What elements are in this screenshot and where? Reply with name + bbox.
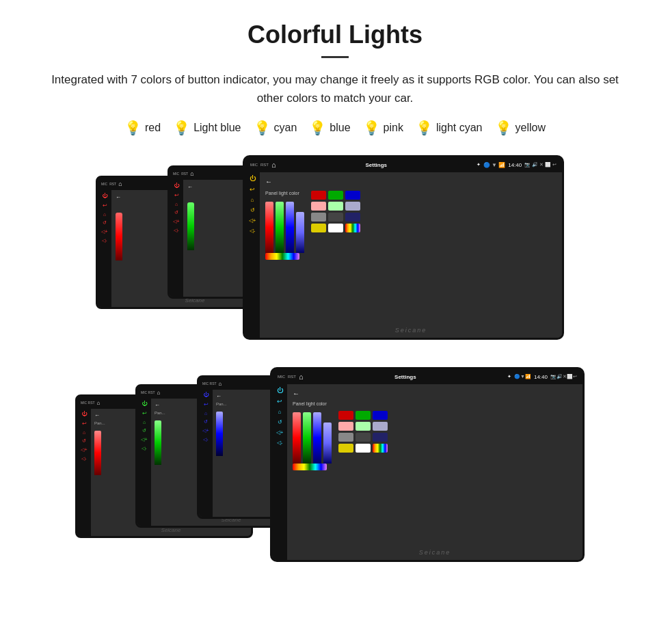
red-bulb-icon: 💡 xyxy=(124,120,142,136)
light-cyan-bulb-icon: 💡 xyxy=(416,120,433,136)
color-options-row: 💡 red 💡 Light blue 💡 cyan 💡 blue 💡 pink … xyxy=(27,120,643,136)
description: Integrated with 7 colors of button indic… xyxy=(41,70,629,107)
blue-label: blue xyxy=(330,122,350,134)
color-yellow: 💡 yellow xyxy=(495,120,546,136)
color-cyan: 💡 cyan xyxy=(254,120,297,136)
color-light-blue: 💡 Light blue xyxy=(173,120,241,136)
light-blue-label: Light blue xyxy=(193,122,241,134)
yellow-bulb-icon: 💡 xyxy=(495,120,512,136)
device-top-3: MIC RST ⌂ Settings ✦ 🔵 ▼ 📶 14:40 📷 🔊 ✕ ⬜… xyxy=(243,155,564,340)
page-title: Colorful Lights xyxy=(27,21,643,49)
light-blue-bulb-icon: 💡 xyxy=(173,120,190,136)
blue-bulb-icon: 💡 xyxy=(309,120,326,136)
color-red: 💡 red xyxy=(124,120,161,136)
red-label: red xyxy=(145,122,161,134)
light-cyan-label: light cyan xyxy=(436,122,483,134)
pink-bulb-icon: 💡 xyxy=(363,120,380,136)
cyan-label: cyan xyxy=(274,122,297,134)
title-divider xyxy=(321,56,349,58)
page-container: Colorful Lights Integrated with 7 colors… xyxy=(0,0,670,593)
bottom-device-group: MIC RST ⌂ Settings ⚙ ⏻ ↩ ⌂ ↺ ◁+ ◁- xyxy=(75,367,595,572)
cyan-bulb-icon: 💡 xyxy=(254,120,271,136)
color-blue: 💡 blue xyxy=(309,120,350,136)
color-light-cyan: 💡 light cyan xyxy=(416,120,483,136)
device-bot-4: MIC RST ⌂ Settings ✦ 🔵▼📶 14:40 📷🔊✕⬜↩ ⏻ ↩… xyxy=(270,367,585,562)
pink-label: pink xyxy=(384,122,403,134)
color-pink: 💡 pink xyxy=(363,120,403,136)
top-device-group: MIC RST ⌂ Settings ⚙ ⏻ ↩ ⌂ ↺ ◁+ ◁- xyxy=(96,155,574,347)
yellow-label: yellow xyxy=(515,122,546,134)
